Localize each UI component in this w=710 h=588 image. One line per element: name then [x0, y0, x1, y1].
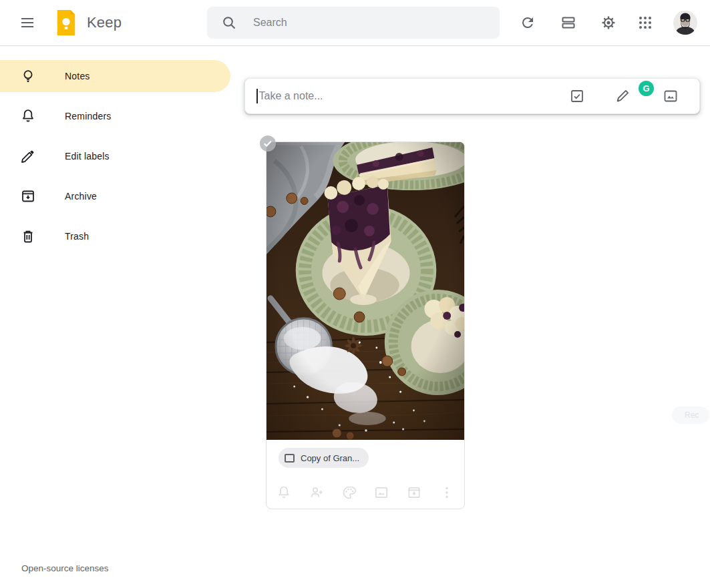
keep-logo[interactable]: Keep: [55, 7, 122, 39]
user-avatar-photo: [673, 11, 697, 35]
sidebar-item-archive[interactable]: Archive: [0, 180, 230, 212]
main-menu-button[interactable]: [11, 7, 43, 39]
note-title-chip: Copy of Gran...: [279, 448, 369, 468]
search-bar: [207, 7, 500, 39]
google-apps-button[interactable]: [629, 7, 661, 39]
archive-box-icon: [406, 485, 422, 501]
image-icon: [373, 485, 389, 501]
app-header: Keep: [0, 0, 710, 46]
bell-icon: [276, 485, 292, 501]
new-image-note-button[interactable]: [663, 88, 679, 104]
sidebar-item-trash[interactable]: Trash: [0, 220, 230, 252]
apps-grid-icon: [637, 15, 653, 31]
background-options-button[interactable]: [341, 485, 357, 501]
take-a-note-composer[interactable]: Take a note... G: [244, 78, 700, 114]
list-view-toggle-button[interactable]: [552, 7, 584, 39]
screen-square-icon: [285, 454, 295, 463]
hamburger-menu-icon: [19, 15, 35, 31]
refresh-icon: [520, 15, 536, 31]
sidebar-item-label: Reminders: [65, 111, 112, 121]
remind-me-button[interactable]: [276, 485, 292, 501]
note-toolbar: [276, 485, 455, 509]
note-title: Copy of Gran...: [301, 453, 359, 463]
new-drawing-button[interactable]: [614, 88, 631, 104]
edge-tooltip: Rec: [672, 406, 709, 424]
refresh-button[interactable]: [512, 7, 544, 39]
grammarly-g-icon[interactable]: G: [639, 81, 654, 96]
sidebar-item-label: Archive: [65, 191, 97, 202]
sidebar-item-label: Trash: [65, 231, 89, 242]
note-select-check-button[interactable]: [259, 135, 277, 152]
palette-icon: [341, 485, 357, 501]
keep-note-lightbulb-icon: [55, 8, 77, 37]
add-collaborator-button[interactable]: [309, 485, 325, 501]
sidebar-item-edit-labels[interactable]: Edit labels: [0, 140, 230, 172]
brush-icon: [614, 88, 631, 104]
archive-note-button[interactable]: [406, 485, 422, 501]
lightbulb-icon: [20, 68, 36, 84]
sidebar-item-label: Edit labels: [65, 151, 110, 162]
more-vertical-dots-icon: [439, 485, 455, 501]
note-image-cheesecake-photo: [267, 142, 464, 440]
settings-button[interactable]: [592, 7, 625, 39]
list-view-icon: [560, 15, 576, 31]
image-icon: [663, 88, 679, 104]
pencil-icon: [20, 148, 36, 164]
account-avatar[interactable]: [673, 11, 697, 35]
add-image-button[interactable]: [373, 485, 389, 501]
open-source-licenses-link[interactable]: Open-source licenses: [21, 563, 109, 573]
sidebar-nav: Notes Reminders Edit labels Archive Tras…: [0, 46, 230, 260]
sidebar-item-label: Notes: [65, 71, 90, 81]
more-options-button[interactable]: [439, 485, 455, 501]
sidebar-item-notes[interactable]: Notes: [0, 60, 230, 92]
check-circle-icon: [259, 135, 277, 152]
trash-icon: [20, 228, 36, 244]
search-input[interactable]: [253, 17, 480, 29]
app-title: Keep: [87, 14, 122, 31]
magnifier-icon: [221, 15, 237, 31]
checkbox-icon: [569, 88, 585, 104]
note-chip-row: Copy of Gran...: [279, 448, 454, 468]
composer-placeholder: Take a note...: [259, 90, 323, 102]
sidebar-item-reminders[interactable]: Reminders: [0, 100, 230, 132]
bell-icon: [20, 108, 36, 124]
person-add-icon: [309, 485, 325, 501]
new-list-button[interactable]: [569, 88, 585, 104]
gear-icon: [600, 15, 616, 31]
archive-icon: [20, 188, 36, 204]
text-caret: [256, 89, 258, 103]
note-card[interactable]: Copy of Gran...: [266, 141, 465, 509]
